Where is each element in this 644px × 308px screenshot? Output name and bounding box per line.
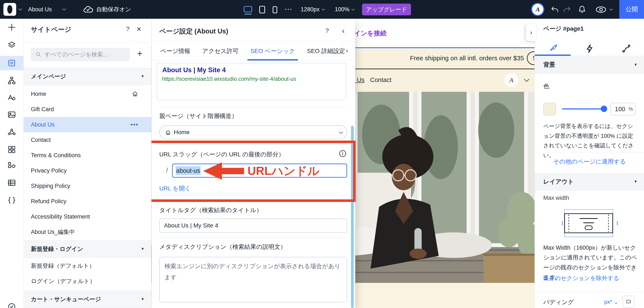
- design-brush-icon[interactable]: [548, 44, 558, 54]
- notifications-bell-icon[interactable]: [578, 5, 586, 14]
- more-devices-icon[interactable]: ···: [285, 0, 292, 19]
- page-row-gift-card[interactable]: Gift Card: [24, 102, 151, 117]
- dialog-back-icon[interactable]: ‹: [342, 26, 344, 35]
- exclude-sections-link[interactable]: 既存のセクションを除外する: [543, 274, 619, 282]
- opacity-input[interactable]: [614, 106, 628, 113]
- add-page-button[interactable]: +: [137, 48, 142, 59]
- site-logo[interactable]: A: [504, 73, 518, 87]
- pages-icon[interactable]: [7, 58, 16, 68]
- page-row-refund[interactable]: Refund Policy: [24, 194, 151, 209]
- preview-eye-icon[interactable]: [595, 6, 607, 13]
- cms-icon[interactable]: [7, 178, 16, 188]
- device-active-underline: [244, 14, 252, 14]
- tab-page-info[interactable]: ページ情報: [160, 42, 190, 60]
- code-icon[interactable]: [7, 196, 16, 205]
- section-layout[interactable]: レイアウト ▼: [535, 173, 644, 190]
- page-row-signup-default[interactable]: 新規登録（デフォルト）: [24, 258, 151, 274]
- nav-contact[interactable]: Contact: [370, 76, 392, 84]
- text-styles-icon[interactable]: [7, 93, 16, 102]
- undo-icon[interactable]: [551, 6, 559, 13]
- opacity-value-box: %: [610, 103, 636, 116]
- page-menu-chevron-icon[interactable]: [62, 8, 66, 11]
- wix-logo[interactable]: [4, 3, 16, 16]
- connect-domain-link[interactable]: インを接続: [354, 29, 386, 38]
- logo-chevron-icon[interactable]: [18, 8, 22, 11]
- page-search-box[interactable]: [31, 48, 130, 61]
- collapse-caret-icon: ▼: [141, 74, 144, 78]
- page-row-about-us-editing[interactable]: About Us_編集中: [24, 224, 151, 240]
- page-search-input[interactable]: [44, 51, 126, 58]
- preview-chevron-icon[interactable]: [609, 8, 613, 11]
- publish-button[interactable]: 公開: [619, 0, 644, 19]
- tab-seo-advanced[interactable]: SEO 詳細設定: [307, 42, 345, 60]
- device-desktop-icon[interactable]: [243, 5, 253, 14]
- meta-description-label: メタディスクリプション（検索結果の説明文）: [159, 243, 286, 251]
- panel-close-icon[interactable]: ✕: [136, 26, 142, 33]
- page-row-terms[interactable]: Terms & Conditions: [24, 148, 151, 163]
- redo-icon[interactable]: [563, 6, 571, 13]
- panel-help-icon[interactable]: ?: [126, 26, 130, 32]
- seo-preview-url: https://scerevisiae10.wixstudio.com/my-s…: [162, 76, 296, 82]
- opacity-slider-track[interactable]: [562, 108, 604, 110]
- page-row-accessibility[interactable]: Accessibility Statement: [24, 209, 151, 224]
- editor-tool-rail: [0, 19, 24, 308]
- tabs-more-chevron-icon[interactable]: ›: [346, 47, 348, 54]
- url-slug-label: URL スラッグ（ページの URL の最後の部分）: [159, 150, 284, 158]
- device-mobile-icon[interactable]: [272, 6, 278, 14]
- panel-expand-button[interactable]: ›: [526, 24, 536, 41]
- connect-hook-icon[interactable]: [621, 44, 632, 54]
- apply-to-other-pages-link[interactable]: その他のページに適用する: [535, 158, 644, 166]
- site-structure-icon[interactable]: [7, 76, 16, 85]
- integrations-icon[interactable]: [7, 127, 16, 137]
- autosave-status[interactable]: 自動保存オン: [96, 0, 131, 19]
- interactions-bolt-icon[interactable]: [584, 44, 595, 54]
- meta-description-textarea[interactable]: [159, 257, 347, 302]
- collapse-caret-icon: ▼: [634, 62, 638, 67]
- current-page-menu[interactable]: About Us: [28, 0, 52, 19]
- group-cart-thankyou[interactable]: カート・サンキューページ ▼: [24, 290, 151, 308]
- widgets-icon[interactable]: [7, 160, 16, 170]
- open-url-link[interactable]: URL を開く: [159, 184, 191, 192]
- page-row-contact[interactable]: Contact: [24, 132, 151, 148]
- check-circle-icon[interactable]: [7, 302, 16, 308]
- opacity-slider-handle[interactable]: [601, 106, 607, 112]
- nav-chevron-down-icon[interactable]: [523, 78, 530, 83]
- title-tag-input[interactable]: [159, 218, 347, 232]
- add-elements-icon[interactable]: [7, 22, 16, 32]
- autosave-cloud-icon: [83, 5, 94, 14]
- apps-icon[interactable]: [7, 145, 16, 154]
- banner-shop-button[interactable]: S: [527, 51, 534, 65]
- chevron-right-icon: ›: [530, 29, 532, 36]
- padding-unit-dropdown[interactable]: px* ⌄: [604, 299, 618, 305]
- account-avatar[interactable]: A: [531, 3, 544, 16]
- page-row-login-default[interactable]: ログイン（デフォルト）: [24, 274, 151, 289]
- padding-toggle-button[interactable]: [622, 296, 634, 308]
- background-color-swatch[interactable]: [543, 103, 556, 116]
- divider: [24, 42, 151, 42]
- dialog-help-icon[interactable]: ?: [326, 27, 329, 34]
- color-label: 色: [543, 82, 549, 90]
- group-main-pages[interactable]: メインページ ▼: [24, 68, 151, 85]
- page-row-about-us-selected[interactable]: About Us •••: [24, 117, 151, 132]
- section-background[interactable]: 背景 ▼: [535, 56, 644, 74]
- media-icon[interactable]: [7, 110, 16, 119]
- layers-icon[interactable]: [7, 40, 16, 50]
- group-signup-login[interactable]: 新規登録・ログイン ▼: [24, 240, 151, 258]
- device-tablet-icon[interactable]: [258, 5, 266, 14]
- tab-seo-basic[interactable]: SEO ベーシック: [250, 42, 295, 60]
- info-icon[interactable]: [338, 150, 347, 158]
- parent-page-value: Home: [174, 129, 190, 136]
- collapse-caret-icon: ▼: [141, 297, 144, 302]
- upgrade-button[interactable]: アップグレード: [362, 4, 411, 15]
- tab-permissions[interactable]: アクセス許可: [202, 42, 238, 60]
- page-row-home[interactable]: Home: [24, 86, 151, 102]
- inspector-title: ページ #page1: [543, 25, 584, 33]
- parent-page-dropdown[interactable]: Home: [159, 125, 347, 139]
- seo-preview-title[interactable]: About Us | My Site 4: [162, 66, 226, 74]
- canvas-width-dropdown[interactable]: 1280px: [301, 0, 320, 19]
- zoom-dropdown[interactable]: 100%: [335, 0, 350, 19]
- row-more-icon[interactable]: •••: [130, 121, 138, 128]
- page-row-privacy[interactable]: Privacy Policy: [24, 163, 151, 178]
- page-row-shipping[interactable]: Shipping Policy: [24, 178, 151, 194]
- divider: [159, 107, 346, 107]
